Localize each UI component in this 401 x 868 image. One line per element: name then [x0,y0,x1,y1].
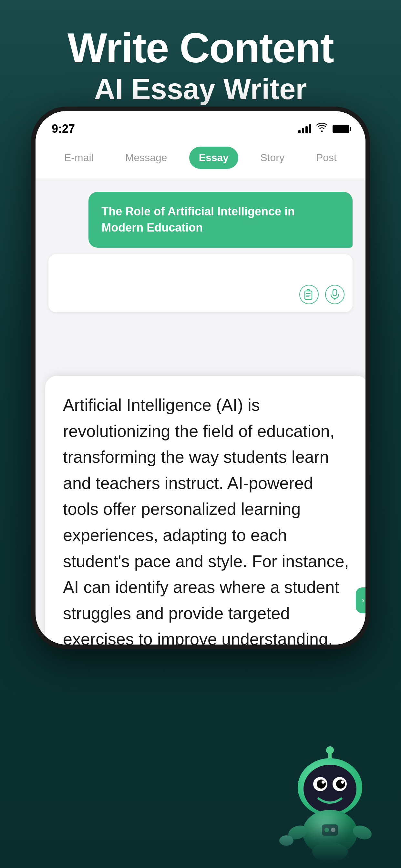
status-icons [298,123,349,135]
svg-point-10 [336,779,345,788]
scroll-arrow-icon[interactable]: › [356,587,366,613]
input-action-icons [299,285,344,304]
signal-icon [298,124,311,133]
svg-rect-1 [333,289,337,296]
main-title-line1: Write Content [19,26,382,70]
ai-response-text: Artificial Intelligence (AI) is revoluti… [63,392,351,645]
phone-mockup: 9:27 [31,106,370,720]
phone-screen: 9:27 [35,111,366,645]
tab-email[interactable]: E-mail [55,147,103,169]
svg-point-9 [317,779,326,788]
status-bar: 9:27 [35,111,366,140]
wifi-icon [316,123,328,135]
phone-frame: 9:27 [31,106,370,649]
battery-icon [333,125,349,133]
tab-navigation: E-mail Message Essay Story Post [35,140,366,179]
tab-story[interactable]: Story [251,147,294,169]
bottom-gradient-overlay [0,803,401,868]
svg-point-4 [326,746,334,754]
clipboard-icon[interactable] [299,285,319,304]
svg-point-12 [341,780,344,784]
tab-essay[interactable]: Essay [189,147,239,169]
input-area[interactable] [49,254,352,312]
header-section: Write Content AI Essay Writer [0,0,401,125]
tab-message[interactable]: Message [116,147,177,169]
status-time: 9:27 [52,122,75,135]
tab-post[interactable]: Post [306,147,346,169]
user-message-text: The Role of Artificial Intelligence in M… [101,204,340,236]
main-title-line2: AI Essay Writer [19,73,382,105]
microphone-icon[interactable] [325,285,344,304]
ai-response-card: Artificial Intelligence (AI) is revoluti… [45,376,366,645]
chat-area: The Role of Artificial Intelligence in M… [35,179,366,329]
svg-point-11 [321,780,325,784]
user-chat-bubble: The Role of Artificial Intelligence in M… [89,192,352,248]
